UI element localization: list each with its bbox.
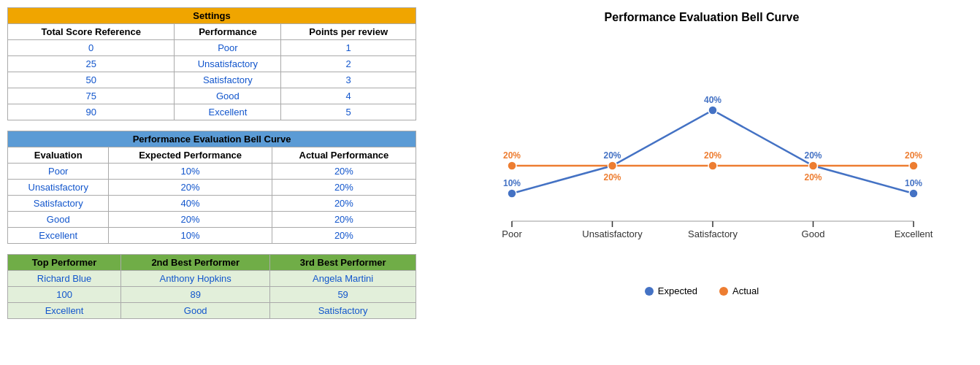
table-cell: 20% bbox=[272, 180, 416, 196]
svg-point-20 bbox=[909, 161, 918, 170]
table-cell: 20% bbox=[272, 164, 416, 180]
table-cell: Good bbox=[175, 88, 281, 104]
table-cell: Richard Blue bbox=[8, 271, 121, 287]
perf-header: Top Performer bbox=[8, 255, 121, 271]
svg-text:Poor: Poor bbox=[502, 228, 522, 239]
table-row: 90Excellent5 bbox=[8, 104, 416, 120]
legend-actual-label: Actual bbox=[732, 285, 759, 296]
table-cell: 20% bbox=[272, 212, 416, 228]
svg-text:Good: Good bbox=[802, 228, 825, 239]
svg-text:10%: 10% bbox=[503, 178, 521, 188]
table-cell: 40% bbox=[109, 196, 272, 212]
chart-area: PoorUnsatisfactorySatisfactoryGoodExcell… bbox=[468, 31, 935, 280]
table-cell: Unsatisfactory bbox=[8, 180, 109, 196]
table-cell: Poor bbox=[8, 164, 109, 180]
chart-title: Performance Evaluation Bell Curve bbox=[438, 11, 965, 24]
table-cell: Unsatisfactory bbox=[175, 56, 281, 72]
table-cell: Satisfactory bbox=[270, 303, 416, 319]
table-row: 0Poor1 bbox=[8, 40, 416, 56]
svg-text:20%: 20% bbox=[905, 150, 922, 161]
table-cell: 100 bbox=[8, 287, 121, 303]
chart-svg: PoorUnsatisfactorySatisfactoryGoodExcell… bbox=[468, 31, 935, 280]
table-cell: Angela Martini bbox=[270, 271, 416, 287]
table-cell: 0 bbox=[8, 40, 175, 56]
table-row: Excellent10%20% bbox=[8, 228, 416, 244]
svg-point-16 bbox=[508, 161, 516, 170]
table-row: Richard BlueAnthony HopkinsAngela Martin… bbox=[8, 271, 416, 287]
table-row: 50Satisfactory3 bbox=[8, 72, 416, 88]
svg-text:40%: 40% bbox=[704, 95, 721, 105]
table-cell: 20% bbox=[272, 228, 416, 244]
svg-point-15 bbox=[909, 189, 918, 198]
table-cell: Satisfactory bbox=[175, 72, 281, 88]
table-cell: Excellent bbox=[8, 303, 121, 319]
svg-text:Unsatisfactory: Unsatisfactory bbox=[582, 228, 643, 239]
settings-title: Settings bbox=[8, 8, 416, 24]
perf-header: 2nd Best Performer bbox=[121, 255, 270, 271]
table-cell: 90 bbox=[8, 104, 175, 120]
table-cell: 2 bbox=[281, 56, 416, 72]
svg-text:10%: 10% bbox=[905, 178, 922, 188]
svg-point-19 bbox=[809, 161, 818, 170]
table-cell: 3 bbox=[281, 72, 416, 88]
svg-point-18 bbox=[708, 161, 717, 170]
table-cell: 89 bbox=[121, 287, 270, 303]
settings-col-score: Total Score Reference bbox=[8, 24, 175, 40]
table-row: Unsatisfactory20%20% bbox=[8, 180, 416, 196]
table-row: Good20%20% bbox=[8, 212, 416, 228]
table-cell: 10% bbox=[109, 164, 272, 180]
svg-text:Satisfactory: Satisfactory bbox=[688, 228, 738, 239]
table-row: 75Good4 bbox=[8, 88, 416, 104]
table-cell: Good bbox=[121, 303, 270, 319]
svg-text:20%: 20% bbox=[704, 150, 721, 161]
table-row: Poor10%20% bbox=[8, 164, 416, 180]
table-cell: 5 bbox=[281, 104, 416, 120]
perf-header: 3rd Best Performer bbox=[270, 255, 416, 271]
table-cell: Satisfactory bbox=[8, 196, 109, 212]
table-cell: 4 bbox=[281, 88, 416, 104]
svg-text:20%: 20% bbox=[603, 150, 621, 161]
svg-text:Excellent: Excellent bbox=[895, 228, 933, 239]
table-row: Satisfactory40%20% bbox=[8, 196, 416, 212]
bell-col-actual: Actual Performance bbox=[272, 147, 416, 164]
svg-text:20%: 20% bbox=[603, 172, 621, 182]
legend-actual: Actual bbox=[719, 285, 759, 296]
performers-table: Top Performer2nd Best Performer3rd Best … bbox=[7, 254, 416, 319]
legend-expected-label: Expected bbox=[658, 285, 697, 296]
table-row: 1008959 bbox=[8, 287, 416, 303]
svg-text:20%: 20% bbox=[503, 150, 521, 161]
svg-point-11 bbox=[508, 189, 516, 198]
settings-col-points: Points per review bbox=[281, 24, 416, 40]
bell-curve-table-title: Performance Evaluation Bell Curve bbox=[8, 131, 416, 147]
table-cell: 25 bbox=[8, 56, 175, 72]
table-cell: 20% bbox=[109, 180, 272, 196]
table-cell: Poor bbox=[175, 40, 281, 56]
bell-curve-table: Performance Evaluation Bell Curve Evalua… bbox=[7, 131, 416, 244]
table-cell: Good bbox=[8, 212, 109, 228]
table-cell: Anthony Hopkins bbox=[121, 271, 270, 287]
svg-text:20%: 20% bbox=[804, 150, 822, 161]
table-cell: 75 bbox=[8, 88, 175, 104]
svg-text:20%: 20% bbox=[804, 172, 822, 182]
table-row: 25Unsatisfactory2 bbox=[8, 56, 416, 72]
chart-legend: Expected Actual bbox=[438, 285, 965, 296]
bell-col-expected: Expected Performance bbox=[109, 147, 272, 164]
bell-col-eval: Evaluation bbox=[8, 147, 109, 164]
table-cell: 20% bbox=[109, 212, 272, 228]
table-cell: 50 bbox=[8, 72, 175, 88]
right-panel: Performance Evaluation Bell Curve PoorUn… bbox=[424, 0, 980, 365]
svg-point-17 bbox=[608, 161, 617, 170]
table-cell: Excellent bbox=[8, 228, 109, 244]
legend-expected-dot bbox=[645, 287, 654, 296]
left-panel: Settings Total Score Reference Performan… bbox=[0, 0, 424, 365]
settings-col-perf: Performance bbox=[175, 24, 281, 40]
table-cell: 10% bbox=[109, 228, 272, 244]
legend-expected: Expected bbox=[645, 285, 697, 296]
legend-actual-dot bbox=[719, 287, 728, 296]
svg-point-13 bbox=[708, 106, 717, 115]
table-cell: 59 bbox=[270, 287, 416, 303]
table-cell: 1 bbox=[281, 40, 416, 56]
settings-table: Settings Total Score Reference Performan… bbox=[7, 7, 416, 120]
table-cell: 20% bbox=[272, 196, 416, 212]
table-cell: Excellent bbox=[175, 104, 281, 120]
